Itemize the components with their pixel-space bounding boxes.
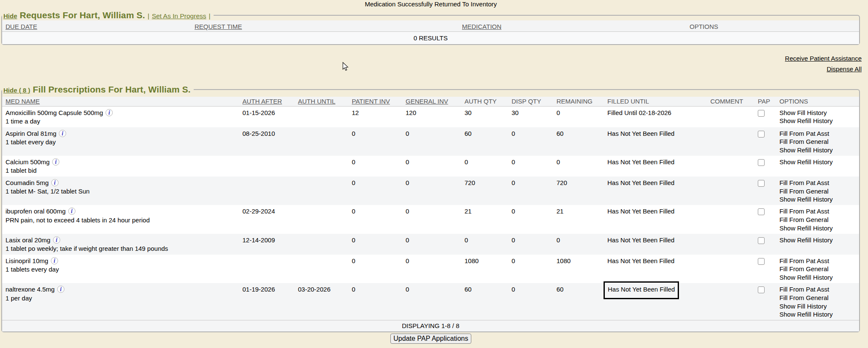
comment-cell [707,255,754,283]
med-directions: 1 tablet po weekly; take if weight great… [6,244,236,253]
general-inv-cell: 0 [402,283,461,320]
drug-info-icon[interactable]: i [68,208,75,215]
dispense-all-link[interactable]: Dispense All [826,65,862,73]
options-cell: Fill From Pat AsstFill From GeneralShow … [776,177,859,205]
med-name-line: Coumadin 5mgi [6,179,236,188]
drug-info-icon[interactable]: i [51,179,58,186]
option-link[interactable]: Show Refill History [779,273,856,282]
fill-column-label[interactable]: AUTH AFTER [242,98,282,105]
fill-legend: Hide ( 8 ) Fill Prescriptions For Hart, … [2,84,194,95]
option-link[interactable]: Fill From Pat Asst [779,285,856,294]
auth-after-cell: 01-15-2026 [239,106,295,127]
med-directions: 1 per day [6,294,236,303]
drug-info-icon[interactable]: i [57,286,64,293]
pap-checkbox[interactable] [758,208,765,215]
comment-cell [707,106,754,127]
option-link[interactable]: Fill From Pat Asst [779,257,856,265]
option-link[interactable]: Show Fill History [779,302,856,311]
auth-until-cell [295,106,348,127]
option-link[interactable]: Show Refill History [779,224,856,233]
prescription-row: Calcium 500mgi1 tablet bid00000Has Not Y… [2,156,859,177]
fill-column-label[interactable]: MED NAME [6,98,40,105]
pap-checkbox[interactable] [758,180,765,187]
requests-header-row: DUE DATEREQUEST TIMEMEDICATIONOPTIONS [2,20,859,32]
remaining-cell: 1080 [553,255,604,283]
med-directions: 1 tablet every day [6,138,236,147]
pap-checkbox[interactable] [758,110,765,117]
fill-hide-link[interactable]: Hide ( 8 ) [3,87,30,94]
requests-hide-link[interactable]: Hide [3,12,17,20]
general-inv-cell: 0 [402,156,461,177]
disp-qty-cell: 0 [508,127,553,156]
pap-checkbox[interactable] [758,159,765,166]
drug-info-icon[interactable]: i [52,158,59,166]
legend-separator: | [209,12,211,20]
set-as-in-progress-link[interactable]: Set As In Progress [152,12,206,20]
pap-cell [754,127,776,156]
pap-checkbox[interactable] [758,258,765,265]
pap-button-row: Update PAP Applications [0,332,862,344]
option-link[interactable]: Show Refill History [779,195,856,204]
fill-column-header: FILLED UNTIL [604,97,707,107]
remaining-cell: 21 [553,205,604,233]
option-link[interactable]: Fill From Pat Asst [779,129,856,138]
comment-cell [707,177,754,205]
fill-title: Fill Prescriptions For Hart, William S. [33,84,190,95]
option-link[interactable]: Fill From General [779,294,856,302]
update-pap-applications-button[interactable]: Update PAP Applications [390,334,471,344]
option-link[interactable]: Fill From Pat Asst [779,207,856,216]
auth-qty-cell: 21 [461,205,508,233]
fill-column-header: COMMENT [707,97,754,107]
disp-qty-cell: 0 [508,177,553,205]
fill-column-label[interactable]: AUTH UNTIL [298,98,335,105]
pap-cell [754,234,776,255]
option-link[interactable]: Fill From General [779,216,856,224]
auth-qty-cell: 720 [461,177,508,205]
fill-column-header: PATIENT INV [348,97,402,107]
option-link[interactable]: Fill From General [779,265,856,273]
drug-info-icon[interactable]: i [51,257,58,264]
receive-patient-assistance-link[interactable]: Receive Patient Assistance [785,55,862,62]
med-directions: 1 tablet bid [6,166,236,175]
auth-qty-cell: 60 [461,283,508,320]
option-link[interactable]: Show Refill History [779,310,856,319]
patient-inv-cell: 0 [348,205,402,233]
option-link[interactable]: Show Fill History [779,109,856,117]
fill-column-label[interactable]: PATIENT INV [352,98,390,105]
option-link[interactable]: Fill From Pat Asst [779,179,856,187]
fill-column-label[interactable]: GENERAL INV [406,98,448,105]
general-inv-cell: 0 [402,177,461,205]
pap-checkbox[interactable] [758,286,765,293]
filled-until-cell: Has Not Yet Been Filled [604,255,707,283]
med-name-text: Amoxicillin 500mg Capsule 500mg [6,109,103,116]
pap-checkbox[interactable] [758,237,765,244]
requests-column-label[interactable]: DUE DATE [6,23,37,30]
pap-checkbox[interactable] [758,131,765,138]
med-name-cell: Aspirin Oral 81mgi1 tablet every day [2,127,239,156]
med-name-cell: ibuprofen oral 600mgiPRN pain, not to ex… [2,205,239,233]
comment-cell [707,205,754,233]
med-name-text: Coumadin 5mg [6,179,49,186]
med-name-line: Amoxicillin 500mg Capsule 500mgi [6,109,236,118]
auth-until-cell [295,255,348,283]
drug-info-icon[interactable]: i [106,109,113,116]
patient-inv-cell: 0 [348,283,402,320]
patient-inv-cell: 0 [348,234,402,255]
remaining-cell: 60 [553,127,604,156]
requests-legend: Hide Requests For Hart, William S. | Set… [2,10,214,20]
option-link[interactable]: Fill From General [779,138,856,146]
option-link[interactable]: Show Refill History [779,236,856,244]
general-inv-cell: 0 [402,205,461,233]
options-cell: Show Refill History [776,156,859,177]
option-link[interactable]: Fill From General [779,187,856,196]
option-link[interactable]: Show Refill History [779,117,856,125]
requests-column-label[interactable]: REQUEST TIME [195,23,242,30]
med-name-line: Calcium 500mgi [6,158,236,167]
option-link[interactable]: Show Refill History [779,158,856,166]
requests-column-label[interactable]: MEDICATION [462,23,501,30]
requests-title: Requests For Hart, William S. [20,10,145,20]
patient-inv-cell: 12 [348,106,402,127]
option-link[interactable]: Show Refill History [779,146,856,154]
drug-info-icon[interactable]: i [59,130,66,137]
drug-info-icon[interactable]: i [53,236,60,244]
